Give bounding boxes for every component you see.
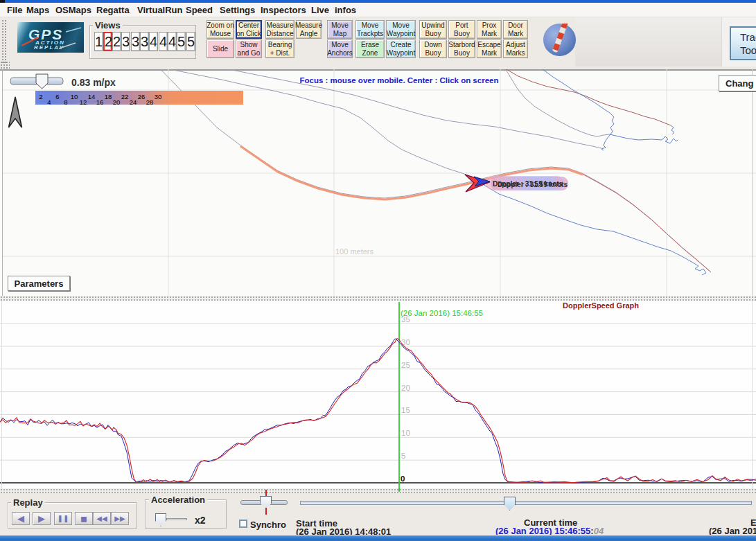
svg-text:15: 15 <box>401 406 410 414</box>
svg-text:12: 12 <box>80 98 87 106</box>
svg-text:100 meters: 100 meters <box>335 247 374 256</box>
svg-text:10: 10 <box>401 429 410 437</box>
svg-text:8: 8 <box>64 98 67 106</box>
svg-text:0: 0 <box>401 475 405 483</box>
svg-text:6: 6 <box>55 93 59 100</box>
svg-text:DopplerSpeed Graph: DopplerSpeed Graph <box>563 301 639 310</box>
svg-text:20: 20 <box>113 98 121 106</box>
svg-text:22: 22 <box>121 93 129 100</box>
svg-text:Focus : mouse over mobile. Cen: Focus : mouse over mobile. Center : Clic… <box>300 76 499 85</box>
svg-text:Doppler : 31.59 knots: Doppler : 31.59 knots <box>498 181 568 188</box>
svg-text:28: 28 <box>146 98 154 106</box>
svg-text:4: 4 <box>47 98 51 106</box>
svg-text:14: 14 <box>88 93 96 100</box>
svg-text:18: 18 <box>105 93 112 100</box>
svg-text:16: 16 <box>96 98 104 106</box>
svg-text:0.83 m/px: 0.83 m/px <box>71 77 116 88</box>
svg-text:30: 30 <box>155 93 162 100</box>
svg-text:26: 26 <box>138 93 146 100</box>
svg-text:20: 20 <box>401 384 410 392</box>
svg-text:10: 10 <box>71 93 78 100</box>
svg-text:5: 5 <box>401 452 405 460</box>
svg-text:24: 24 <box>130 98 137 106</box>
svg-text:25: 25 <box>401 361 410 369</box>
svg-text:(26 Jan 2016) 15:46:55: (26 Jan 2016) 15:46:55 <box>401 309 483 317</box>
svg-text:2: 2 <box>39 93 42 100</box>
